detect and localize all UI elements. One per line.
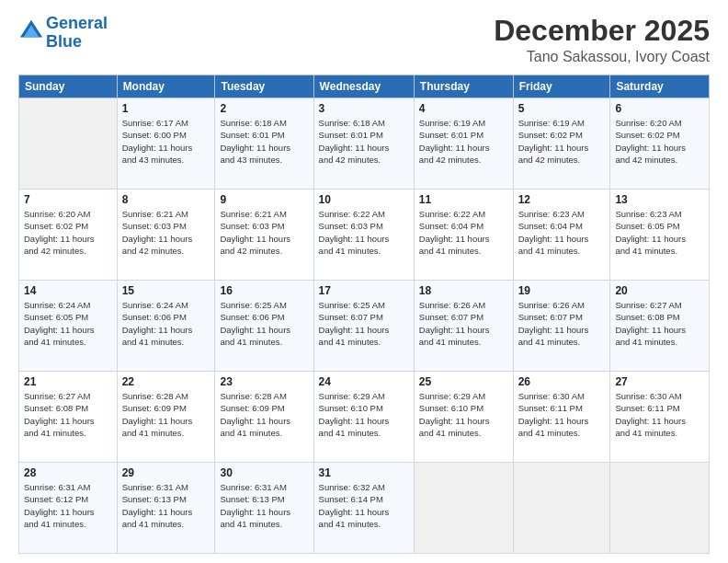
day-info: Sunrise: 6:31 AMSunset: 6:13 PMDaylight:…	[122, 481, 210, 530]
calendar-day-header: Saturday	[610, 75, 710, 98]
calendar-week-row: 1Sunrise: 6:17 AMSunset: 6:00 PMDaylight…	[19, 98, 710, 190]
day-info: Sunrise: 6:21 AMSunset: 6:03 PMDaylight:…	[122, 208, 210, 257]
calendar-day-header: Monday	[117, 75, 215, 98]
logo: General Blue	[18, 15, 108, 52]
calendar-cell: 5Sunrise: 6:19 AMSunset: 6:02 PMDaylight…	[513, 98, 610, 190]
calendar-week-row: 28Sunrise: 6:31 AMSunset: 6:12 PMDayligh…	[19, 463, 710, 554]
day-number: 16	[220, 284, 308, 297]
logo-icon	[18, 18, 44, 44]
day-info: Sunrise: 6:25 AMSunset: 6:07 PMDaylight:…	[319, 299, 409, 348]
day-number: 11	[419, 193, 508, 206]
day-info: Sunrise: 6:22 AMSunset: 6:03 PMDaylight:…	[319, 208, 409, 257]
day-info: Sunrise: 6:30 AMSunset: 6:11 PMDaylight:…	[615, 390, 704, 439]
calendar-cell: 21Sunrise: 6:27 AMSunset: 6:08 PMDayligh…	[19, 372, 118, 463]
day-info: Sunrise: 6:20 AMSunset: 6:02 PMDaylight:…	[615, 117, 704, 166]
day-info: Sunrise: 6:28 AMSunset: 6:09 PMDaylight:…	[220, 390, 308, 439]
calendar-cell: 10Sunrise: 6:22 AMSunset: 6:03 PMDayligh…	[313, 190, 414, 281]
calendar-day-header: Tuesday	[215, 75, 313, 98]
calendar-cell: 25Sunrise: 6:29 AMSunset: 6:10 PMDayligh…	[414, 372, 513, 463]
day-info: Sunrise: 6:24 AMSunset: 6:06 PMDaylight:…	[122, 299, 210, 348]
day-info: Sunrise: 6:21 AMSunset: 6:03 PMDaylight:…	[220, 208, 308, 257]
day-number: 22	[122, 375, 210, 388]
day-number: 8	[122, 193, 210, 206]
day-number: 15	[122, 284, 210, 297]
calendar-table: SundayMondayTuesdayWednesdayThursdayFrid…	[18, 75, 710, 554]
day-info: Sunrise: 6:25 AMSunset: 6:06 PMDaylight:…	[220, 299, 308, 348]
day-number: 3	[319, 102, 409, 115]
day-info: Sunrise: 6:27 AMSunset: 6:08 PMDaylight:…	[615, 299, 704, 348]
header: General Blue December 2025 Tano Sakassou…	[18, 15, 710, 65]
day-info: Sunrise: 6:18 AMSunset: 6:01 PMDaylight:…	[319, 117, 409, 166]
calendar-header: SundayMondayTuesdayWednesdayThursdayFrid…	[19, 75, 710, 98]
calendar-cell	[414, 463, 513, 554]
calendar-week-row: 21Sunrise: 6:27 AMSunset: 6:08 PMDayligh…	[19, 372, 710, 463]
day-info: Sunrise: 6:19 AMSunset: 6:02 PMDaylight:…	[518, 117, 606, 166]
day-info: Sunrise: 6:29 AMSunset: 6:10 PMDaylight:…	[419, 390, 508, 439]
day-info: Sunrise: 6:31 AMSunset: 6:13 PMDaylight:…	[220, 481, 308, 530]
calendar-cell	[19, 98, 118, 190]
calendar-cell: 30Sunrise: 6:31 AMSunset: 6:13 PMDayligh…	[215, 463, 313, 554]
day-info: Sunrise: 6:23 AMSunset: 6:05 PMDaylight:…	[615, 208, 704, 257]
day-info: Sunrise: 6:29 AMSunset: 6:10 PMDaylight:…	[319, 390, 409, 439]
calendar-week-row: 7Sunrise: 6:20 AMSunset: 6:02 PMDaylight…	[19, 190, 710, 281]
title-block: December 2025 Tano Sakassou, Ivory Coast	[494, 15, 710, 65]
calendar-cell: 27Sunrise: 6:30 AMSunset: 6:11 PMDayligh…	[610, 372, 710, 463]
calendar-body: 1Sunrise: 6:17 AMSunset: 6:00 PMDaylight…	[19, 98, 710, 554]
day-info: Sunrise: 6:31 AMSunset: 6:12 PMDaylight:…	[24, 481, 112, 530]
logo-text-general: General	[46, 15, 108, 33]
calendar-cell: 16Sunrise: 6:25 AMSunset: 6:06 PMDayligh…	[215, 281, 313, 372]
calendar-cell: 13Sunrise: 6:23 AMSunset: 6:05 PMDayligh…	[610, 190, 710, 281]
calendar-cell: 19Sunrise: 6:26 AMSunset: 6:07 PMDayligh…	[513, 281, 610, 372]
day-number: 30	[220, 466, 308, 479]
calendar-cell: 8Sunrise: 6:21 AMSunset: 6:03 PMDaylight…	[117, 190, 215, 281]
calendar-cell: 3Sunrise: 6:18 AMSunset: 6:01 PMDaylight…	[313, 98, 414, 190]
calendar-day-header: Sunday	[19, 75, 118, 98]
day-number: 2	[220, 102, 308, 115]
calendar-cell	[610, 463, 710, 554]
calendar-cell: 18Sunrise: 6:26 AMSunset: 6:07 PMDayligh…	[414, 281, 513, 372]
calendar-cell: 9Sunrise: 6:21 AMSunset: 6:03 PMDaylight…	[215, 190, 313, 281]
day-number: 5	[518, 102, 606, 115]
day-number: 21	[24, 375, 112, 388]
calendar-cell: 11Sunrise: 6:22 AMSunset: 6:04 PMDayligh…	[414, 190, 513, 281]
calendar-cell: 14Sunrise: 6:24 AMSunset: 6:05 PMDayligh…	[19, 281, 118, 372]
calendar-cell: 15Sunrise: 6:24 AMSunset: 6:06 PMDayligh…	[117, 281, 215, 372]
day-number: 7	[24, 193, 112, 206]
main-title: December 2025	[494, 15, 710, 47]
day-info: Sunrise: 6:28 AMSunset: 6:09 PMDaylight:…	[122, 390, 210, 439]
calendar-cell: 26Sunrise: 6:30 AMSunset: 6:11 PMDayligh…	[513, 372, 610, 463]
calendar-cell: 4Sunrise: 6:19 AMSunset: 6:01 PMDaylight…	[414, 98, 513, 190]
day-info: Sunrise: 6:19 AMSunset: 6:01 PMDaylight:…	[419, 117, 508, 166]
day-number: 20	[615, 284, 704, 297]
day-number: 18	[419, 284, 508, 297]
day-info: Sunrise: 6:26 AMSunset: 6:07 PMDaylight:…	[419, 299, 508, 348]
day-number: 28	[24, 466, 112, 479]
day-number: 14	[24, 284, 112, 297]
day-number: 6	[615, 102, 704, 115]
day-info: Sunrise: 6:22 AMSunset: 6:04 PMDaylight:…	[419, 208, 508, 257]
page: General Blue December 2025 Tano Sakassou…	[0, 0, 728, 563]
calendar-cell: 29Sunrise: 6:31 AMSunset: 6:13 PMDayligh…	[117, 463, 215, 554]
calendar-cell: 24Sunrise: 6:29 AMSunset: 6:10 PMDayligh…	[313, 372, 414, 463]
day-info: Sunrise: 6:20 AMSunset: 6:02 PMDaylight:…	[24, 208, 112, 257]
calendar-cell: 17Sunrise: 6:25 AMSunset: 6:07 PMDayligh…	[313, 281, 414, 372]
day-number: 4	[419, 102, 508, 115]
calendar-cell: 12Sunrise: 6:23 AMSunset: 6:04 PMDayligh…	[513, 190, 610, 281]
day-info: Sunrise: 6:17 AMSunset: 6:00 PMDaylight:…	[122, 117, 210, 166]
calendar-cell: 6Sunrise: 6:20 AMSunset: 6:02 PMDaylight…	[610, 98, 710, 190]
calendar-cell: 20Sunrise: 6:27 AMSunset: 6:08 PMDayligh…	[610, 281, 710, 372]
day-number: 26	[518, 375, 606, 388]
day-info: Sunrise: 6:32 AMSunset: 6:14 PMDaylight:…	[319, 481, 409, 530]
header-row: SundayMondayTuesdayWednesdayThursdayFrid…	[19, 75, 710, 98]
day-number: 10	[319, 193, 409, 206]
logo-text-blue: Blue	[46, 33, 108, 52]
calendar-cell: 23Sunrise: 6:28 AMSunset: 6:09 PMDayligh…	[215, 372, 313, 463]
calendar-cell: 2Sunrise: 6:18 AMSunset: 6:01 PMDaylight…	[215, 98, 313, 190]
day-info: Sunrise: 6:27 AMSunset: 6:08 PMDaylight:…	[24, 390, 112, 439]
day-info: Sunrise: 6:26 AMSunset: 6:07 PMDaylight:…	[518, 299, 606, 348]
day-number: 13	[615, 193, 704, 206]
calendar-cell: 22Sunrise: 6:28 AMSunset: 6:09 PMDayligh…	[117, 372, 215, 463]
day-number: 1	[122, 102, 210, 115]
calendar-cell: 28Sunrise: 6:31 AMSunset: 6:12 PMDayligh…	[19, 463, 118, 554]
day-number: 27	[615, 375, 704, 388]
